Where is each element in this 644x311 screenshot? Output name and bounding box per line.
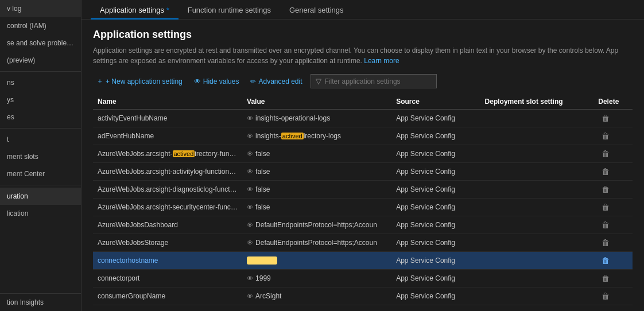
- setting-deployment-slot: [480, 216, 594, 234]
- setting-name: connectorhostname: [93, 252, 242, 270]
- sidebar-item-es[interactable]: es: [0, 108, 81, 126]
- table-row: consumerGroupName 👁 ArcSight App Service…: [93, 287, 633, 305]
- setting-source: App Service Config: [391, 110, 480, 127]
- setting-delete: 🗑: [593, 252, 633, 270]
- setting-delete: 🗑: [593, 181, 633, 199]
- sidebar-item-slots[interactable]: ment slots: [0, 148, 81, 165]
- edit-icon: ✏: [250, 77, 256, 85]
- setting-deployment-slot: [480, 110, 594, 127]
- table-row: AzureWebJobsDashboard 👁 DefaultEndpoints…: [93, 216, 633, 234]
- setting-name: activityEventHubName: [93, 110, 242, 127]
- table-row: AzureWebJobs.arcsight-diagnosticlog-func…: [93, 181, 633, 199]
- eye-icon: 👁: [247, 221, 253, 228]
- tab-function-runtime[interactable]: Function runtime settings: [179, 0, 280, 19]
- col-value: Value: [242, 94, 391, 110]
- setting-delete: 🗑: [593, 163, 633, 181]
- table-row: adEventHubName 👁 insights-activedirector…: [93, 127, 633, 145]
- new-application-setting-button[interactable]: ＋ + New application setting: [93, 74, 186, 88]
- hidden-value: [247, 256, 277, 265]
- toolbar: ＋ + New application setting 👁 Hide value…: [93, 74, 633, 88]
- table-row: AzureWebJobsStorage 👁 DefaultEndpointsPr…: [93, 234, 633, 252]
- setting-source: App Service Config: [391, 216, 480, 234]
- sidebar-item-ns[interactable]: ns: [0, 74, 81, 91]
- sidebar-item-configuration[interactable]: uration: [0, 188, 81, 205]
- setting-source: App Service Config: [391, 234, 480, 252]
- setting-source: App Service Config: [391, 163, 480, 181]
- eye-icon: 👁: [247, 293, 253, 300]
- setting-delete: 🗑: [593, 287, 633, 305]
- setting-deployment-slot: [480, 270, 594, 287]
- advanced-edit-button[interactable]: ✏ Advanced edit: [247, 75, 305, 88]
- tab-modified-indicator: *: [164, 6, 169, 14]
- setting-value: 👁 DefaultEndpointsProtocol=https;Accoun: [242, 234, 391, 252]
- eye-icon: 👁: [247, 168, 253, 175]
- value-text: insights-activedirectory-logs: [255, 132, 341, 140]
- setting-name: AzureWebJobs.arcsight-activedirectory-fu…: [93, 145, 242, 163]
- sidebar-item-center[interactable]: ment Center: [0, 165, 81, 182]
- col-name: Name: [93, 94, 242, 110]
- eye-slash-icon: 👁: [194, 77, 201, 85]
- setting-value: 👁 ArcSight: [242, 287, 391, 305]
- content-area: Application settings Application setting…: [82, 20, 644, 311]
- delete-button[interactable]: 🗑: [598, 219, 613, 231]
- sidebar-item-t[interactable]: t: [0, 131, 81, 148]
- delete-button[interactable]: 🗑: [598, 237, 613, 248]
- setting-deployment-slot: [480, 181, 594, 199]
- hide-values-button[interactable]: 👁 Hide values: [191, 75, 243, 88]
- filter-box[interactable]: ▽: [311, 74, 437, 88]
- setting-delete: 🗑: [593, 127, 633, 145]
- delete-button[interactable]: 🗑: [598, 290, 613, 302]
- setting-name: AzureWebJobsDashboard: [93, 216, 242, 234]
- delete-button[interactable]: 🗑: [598, 201, 613, 213]
- sidebar-item-vlog[interactable]: v log: [0, 0, 81, 17]
- sidebar-item-iam[interactable]: control (IAM): [0, 17, 81, 34]
- setting-value: 👁 false: [242, 163, 391, 181]
- setting-value: 👁 insights-activedirectory-logs: [242, 127, 391, 145]
- setting-value: 👁 false: [242, 181, 391, 199]
- delete-button[interactable]: 🗑: [598, 255, 613, 266]
- active-highlight: actived: [173, 150, 195, 157]
- filter-input[interactable]: [325, 77, 432, 85]
- setting-deployment-slot: [480, 163, 594, 181]
- setting-delete: 🗑: [593, 216, 633, 234]
- sidebar-item-solve-problems[interactable]: se and solve problems: [0, 34, 81, 52]
- delete-button[interactable]: 🗑: [598, 112, 613, 124]
- setting-delete: 🗑: [593, 234, 633, 252]
- tabs-bar: Application settings * Function runtime …: [82, 0, 644, 20]
- delete-button[interactable]: 🗑: [598, 148, 613, 160]
- sidebar-item-application[interactable]: lication: [0, 205, 81, 222]
- eye-icon: 👁: [247, 133, 253, 139]
- col-source: Source: [391, 94, 480, 110]
- eye-icon: 👁: [247, 115, 253, 122]
- table-row: AzureWebJobs.arcsight-activedirectory-fu…: [93, 145, 633, 163]
- learn-more-link[interactable]: Learn more: [364, 57, 399, 65]
- eye-icon: 👁: [247, 275, 253, 282]
- page-title: Application settings: [93, 29, 633, 41]
- value-text: ArcSight: [255, 292, 281, 300]
- settings-table: Name Value Source Deployment slot settin…: [93, 94, 633, 305]
- delete-button[interactable]: 🗑: [598, 166, 613, 177]
- tab-general-settings[interactable]: General settings: [280, 0, 353, 19]
- sidebar-divider-1: [0, 71, 81, 72]
- table-row: activityEventHubName 👁 insights-operatio…: [93, 110, 633, 127]
- delete-button[interactable]: 🗑: [598, 273, 613, 284]
- sidebar-divider-3: [0, 185, 81, 185]
- setting-source: App Service Config: [391, 270, 480, 287]
- setting-name: AzureWebJobsStorage: [93, 234, 242, 252]
- setting-source: App Service Config: [391, 181, 480, 199]
- table-row: connectorport 👁 1999 App Service Config …: [93, 270, 633, 287]
- sidebar-item-preview[interactable]: (preview): [0, 52, 81, 69]
- setting-value: 👁 false: [242, 199, 391, 216]
- sidebar-bottom: tion Insights: [0, 293, 81, 311]
- sidebar-item-ys[interactable]: ys: [0, 91, 81, 108]
- tab-application-settings[interactable]: Application settings *: [91, 0, 179, 19]
- delete-button[interactable]: 🗑: [598, 184, 613, 195]
- setting-name: adEventHubName: [93, 127, 242, 145]
- filter-icon: ▽: [316, 77, 321, 85]
- table-row: AzureWebJobs.arcsight-securitycenter-fun…: [93, 199, 633, 216]
- setting-value: 👁 insights-operational-logs: [242, 110, 391, 127]
- delete-button[interactable]: 🗑: [598, 130, 613, 142]
- sidebar-item-insights[interactable]: tion Insights: [0, 294, 81, 311]
- col-delete: Delete: [593, 94, 633, 110]
- value-text: DefaultEndpointsProtocol=https;Accoun: [255, 239, 377, 247]
